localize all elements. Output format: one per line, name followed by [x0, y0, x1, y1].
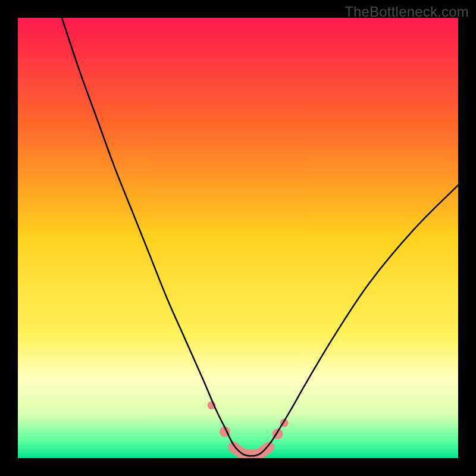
plot-area — [18, 18, 458, 458]
watermark-text: TheBottleneck.com — [345, 4, 469, 20]
chart-container: TheBottleneck.com — [0, 0, 476, 476]
bottleneck-chart-svg — [18, 18, 458, 458]
